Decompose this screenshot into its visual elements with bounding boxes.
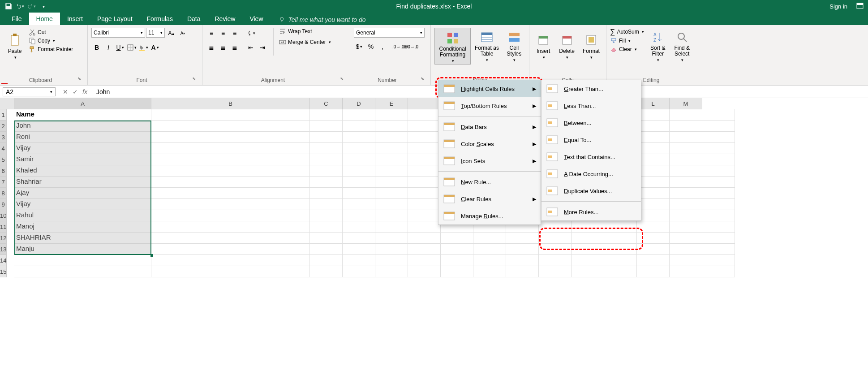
row-14[interactable]: 14: [0, 255, 7, 266]
conditional-formatting-button[interactable]: Conditional Formatting▾: [434, 28, 471, 65]
italic-button[interactable]: I: [103, 42, 114, 53]
decrease-indent-button[interactable]: ⇤: [245, 42, 256, 53]
col-c[interactable]: C: [310, 98, 343, 109]
menu-item-highlight-cells-rules[interactable]: Highlight Cells Rules▶: [438, 80, 541, 97]
col-e[interactable]: E: [375, 98, 408, 109]
font-size-combo[interactable]: 11▾: [146, 28, 165, 38]
col-d[interactable]: D: [343, 98, 375, 109]
cell-a5[interactable]: Samir: [14, 154, 151, 165]
save-icon[interactable]: [4, 2, 13, 10]
underline-button[interactable]: U▾: [115, 42, 125, 53]
cancel-icon[interactable]: ✕: [63, 88, 68, 95]
menu-item-color-scales[interactable]: Color Scales▶: [438, 135, 541, 152]
row-9[interactable]: 9: [0, 199, 7, 210]
cell-a4[interactable]: Vijay: [14, 143, 151, 154]
tab-review[interactable]: Review: [208, 13, 243, 25]
name-box[interactable]: A2▾: [3, 87, 56, 96]
find-select-button[interactable]: Find & Select▾: [672, 28, 692, 65]
row-4[interactable]: 4: [0, 143, 7, 154]
row-15[interactable]: 15: [0, 266, 7, 277]
accounting-button[interactable]: $▾: [354, 41, 365, 52]
row-6[interactable]: 6: [0, 165, 7, 177]
borders-button[interactable]: ▾: [126, 42, 137, 53]
row-5[interactable]: 5: [0, 154, 7, 165]
font-name-combo[interactable]: Calibri▾: [91, 28, 145, 38]
decrease-font-button[interactable]: A▾: [177, 28, 188, 39]
cell-a1[interactable]: Name: [14, 109, 151, 121]
row-8[interactable]: 8: [0, 188, 7, 199]
delete-button[interactable]: Delete▾: [556, 28, 577, 65]
submenu-item-greater-than-[interactable]: Greater Than...: [541, 80, 641, 97]
row-10[interactable]: 10: [0, 210, 7, 221]
col-b[interactable]: B: [151, 98, 310, 109]
tell-me[interactable]: Tell me what you want to do: [279, 16, 366, 25]
select-all-corner[interactable]: [0, 98, 14, 109]
cell-a13[interactable]: Manju: [14, 244, 151, 255]
cell-a7[interactable]: Shahriar: [14, 177, 151, 188]
row-3[interactable]: 3: [0, 132, 7, 143]
clear-button[interactable]: Clear▾: [610, 46, 644, 53]
submenu-item-text-that-contains-[interactable]: Text that Contains...: [541, 148, 641, 165]
insert-function-icon[interactable]: fx: [82, 88, 87, 95]
tab-home[interactable]: Home: [29, 13, 60, 25]
cell-a12[interactable]: SHAHRIAR: [14, 233, 151, 244]
comma-button[interactable]: ,: [377, 41, 388, 52]
cell-a15[interactable]: [14, 266, 151, 277]
percent-button[interactable]: %: [365, 41, 376, 52]
increase-indent-button[interactable]: ⇥: [257, 42, 268, 53]
fill-color-button[interactable]: ▾: [138, 42, 149, 53]
tab-formulas[interactable]: Formulas: [140, 13, 180, 25]
menu-item-manage-rules-[interactable]: Manage Rules...: [438, 207, 541, 224]
increase-font-button[interactable]: A▴: [166, 28, 176, 39]
row-1[interactable]: 1: [0, 109, 7, 121]
cell-a6[interactable]: Khaled: [14, 165, 151, 177]
font-launcher[interactable]: ⬊: [192, 76, 198, 82]
merge-center-button[interactable]: Merge & Center▾: [279, 39, 331, 46]
customize-qat-icon[interactable]: ▾: [39, 2, 47, 10]
enter-icon[interactable]: ✓: [73, 88, 78, 95]
row-11[interactable]: 11: [0, 221, 7, 233]
bold-button[interactable]: B: [91, 42, 102, 53]
col-m[interactable]: M: [670, 98, 702, 109]
col-l[interactable]: L: [637, 98, 670, 109]
cut-button[interactable]: Cut: [29, 29, 73, 36]
menu-item-clear-rules[interactable]: Clear Rules▶: [438, 190, 541, 207]
menu-item-data-bars[interactable]: Data Bars▶: [438, 118, 541, 135]
row-7[interactable]: 7: [0, 177, 7, 188]
cell-a3[interactable]: Roni: [14, 132, 151, 143]
number-launcher[interactable]: ⬊: [421, 76, 427, 82]
tab-data[interactable]: Data: [180, 13, 208, 25]
cell-a11[interactable]: Manoj: [14, 221, 151, 233]
format-painter-button[interactable]: Format Painter: [29, 46, 73, 53]
tab-page-layout[interactable]: Page Layout: [90, 13, 140, 25]
wrap-text-button[interactable]: Wrap Text: [279, 28, 331, 35]
row-2[interactable]: 2: [0, 121, 7, 132]
cell-a14[interactable]: [14, 255, 151, 266]
align-middle-button[interactable]: ≡: [218, 28, 228, 39]
orientation-button[interactable]: ⤹▾: [245, 28, 256, 39]
redo-icon[interactable]: ▾: [28, 2, 36, 10]
submenu-item-duplicate-values-[interactable]: Duplicate Values...: [541, 182, 641, 199]
menu-item-icon-sets[interactable]: Icon Sets▶: [438, 152, 541, 169]
fill-handle[interactable]: [150, 254, 153, 257]
cell-a2[interactable]: John: [14, 121, 151, 132]
align-center-button[interactable]: ≣: [218, 42, 228, 53]
menu-item-top-bottom-rules[interactable]: Top/Bottom Rules▶: [438, 97, 541, 114]
font-color-button[interactable]: A▾: [150, 42, 160, 53]
submenu-item-between-[interactable]: Between...: [541, 114, 641, 131]
increase-decimal-button[interactable]: .0→.00: [394, 41, 405, 52]
sign-in-link[interactable]: Sign in: [829, 3, 847, 10]
tab-file[interactable]: File: [4, 13, 29, 25]
row-13[interactable]: 13: [0, 244, 7, 255]
paste-button[interactable]: Paste ▾: [4, 28, 26, 65]
alignment-launcher[interactable]: ⬊: [340, 76, 346, 82]
tab-insert[interactable]: Insert: [60, 13, 90, 25]
number-format-combo[interactable]: General▾: [354, 28, 425, 38]
format-as-table-button[interactable]: Format as Table▾: [473, 28, 500, 65]
align-bottom-button[interactable]: ≡: [229, 28, 240, 39]
submenu-item-more-rules-[interactable]: More Rules...: [541, 203, 641, 220]
tab-view[interactable]: View: [242, 13, 270, 25]
cell-styles-button[interactable]: Cell Styles▾: [503, 28, 525, 65]
insert-button[interactable]: Insert▾: [533, 28, 554, 65]
submenu-item-less-than-[interactable]: Less Than...: [541, 97, 641, 114]
